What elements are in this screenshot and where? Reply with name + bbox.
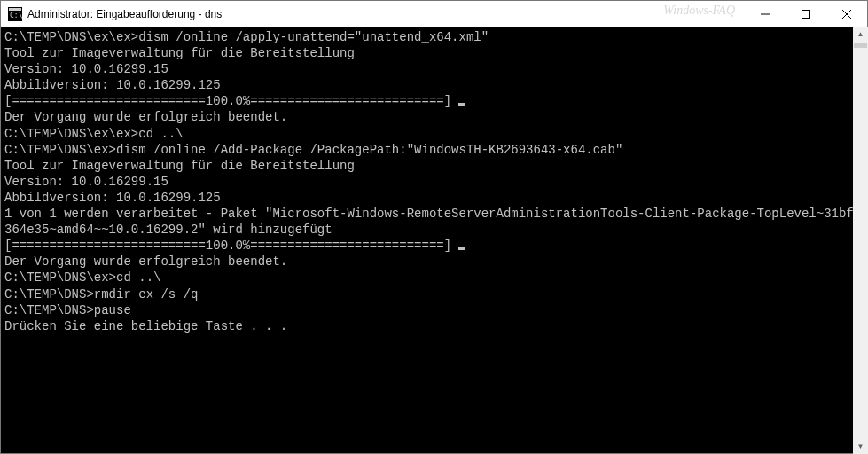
svg-rect-1 bbox=[9, 8, 21, 11]
terminal-output[interactable]: C:\TEMP\DNS\ex\ex>dism /online /apply-un… bbox=[1, 27, 867, 453]
terminal-line: [==========================100.0%=======… bbox=[4, 238, 867, 254]
terminal-line: [==========================100.0%=======… bbox=[4, 93, 867, 109]
terminal-line: C:\TEMP\DNS\ex>cd ..\ bbox=[4, 270, 867, 286]
terminal-line: C:\TEMP\DNS\ex\ex>dism /online /apply-un… bbox=[4, 29, 867, 45]
terminal-line: 1 von 1 werden verarbeitet - Paket "Micr… bbox=[4, 206, 867, 222]
terminal-line: Version: 10.0.16299.15 bbox=[4, 61, 867, 77]
svg-rect-4 bbox=[802, 10, 810, 18]
cursor bbox=[458, 247, 465, 250]
window-title: Administrator: Eingabeaufforderung - dns bbox=[27, 8, 745, 20]
terminal-line: C:\TEMP\DNS\ex>dism /online /Add-Package… bbox=[4, 142, 867, 158]
terminal-line: Der Vorgang wurde erfolgreich beendet. bbox=[4, 109, 867, 125]
terminal-line: Abbildversion: 10.0.16299.125 bbox=[4, 77, 867, 93]
svg-text:C:\: C:\ bbox=[10, 12, 22, 20]
terminal-line: C:\TEMP\DNS>rmdir ex /s /q bbox=[4, 286, 867, 302]
close-button[interactable] bbox=[826, 1, 867, 27]
maximize-button[interactable] bbox=[786, 1, 826, 27]
scroll-thumb[interactable] bbox=[854, 43, 867, 48]
terminal-line: C:\TEMP\DNS>pause bbox=[4, 302, 867, 318]
scroll-down-icon[interactable]: ▼ bbox=[853, 439, 868, 454]
terminal-line: Version: 10.0.16299.15 bbox=[4, 174, 867, 190]
terminal-line: Tool zur Imageverwaltung für die Bereits… bbox=[4, 158, 867, 174]
cmd-icon: C:\ bbox=[8, 7, 22, 21]
terminal-line: Der Vorgang wurde erfolgreich beendet. bbox=[4, 254, 867, 270]
terminal-line: Tool zur Imageverwaltung für die Bereits… bbox=[4, 45, 867, 61]
terminal-line: C:\TEMP\DNS\ex\ex>cd ..\ bbox=[4, 126, 867, 142]
terminal-line: Abbildversion: 10.0.16299.125 bbox=[4, 190, 867, 206]
window-controls bbox=[745, 1, 867, 27]
scrollbar[interactable]: ▲ ▼ bbox=[853, 27, 868, 454]
minimize-button[interactable] bbox=[745, 1, 786, 27]
terminal-line: Drücken Sie eine beliebige Taste . . . bbox=[4, 318, 867, 334]
terminal-line: 364e35~amd64~~10.0.16299.2" wird hinzuge… bbox=[4, 222, 867, 238]
scroll-up-icon[interactable]: ▲ bbox=[853, 27, 868, 42]
titlebar[interactable]: C:\ Administrator: Eingabeaufforderung -… bbox=[1, 1, 867, 27]
cursor bbox=[458, 103, 465, 106]
